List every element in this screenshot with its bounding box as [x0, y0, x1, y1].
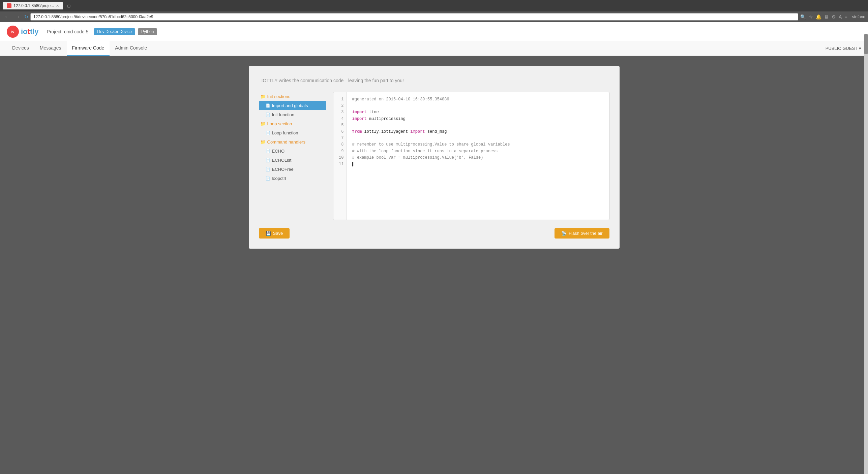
- flash-button[interactable]: 📡 Flash over the air: [555, 228, 609, 239]
- tree-item-echofree[interactable]: 📄 ECHOFree: [259, 165, 326, 174]
- settings-icon[interactable]: ⚙: [832, 14, 836, 20]
- tree-item-echolist[interactable]: 📄 ECHOList: [259, 156, 326, 165]
- font-icon[interactable]: A: [839, 14, 842, 20]
- line-numbers: 1 2 3 4 5 6 7 8 9 10 11: [333, 92, 347, 220]
- logo-text: iottly: [21, 27, 39, 36]
- folder-icon: 📁: [260, 139, 266, 145]
- tree-item-loop-function[interactable]: 📄 Loop function: [259, 128, 326, 137]
- file-icon: 📄: [266, 158, 270, 162]
- file-icon: 📄: [266, 113, 270, 117]
- folder-icon: 📁: [260, 121, 266, 126]
- nav-bar: Devices Messages Firmware Code Admin Con…: [0, 41, 868, 56]
- save-button[interactable]: 💾 Save: [259, 228, 290, 239]
- file-icon: 📄: [266, 103, 270, 108]
- public-guest-label: PUBLIC GUEST: [826, 46, 858, 51]
- nav-item-admin-console[interactable]: Admin Console: [110, 41, 152, 56]
- public-guest-dropdown[interactable]: PUBLIC GUEST ▾: [826, 46, 861, 51]
- app-header: io iottly Project: cmd code 5 Dev Docker…: [0, 22, 868, 41]
- bell-icon[interactable]: 🔔: [816, 14, 821, 20]
- main-content: IOTTLY writes the communication code lea…: [0, 56, 868, 474]
- address-bar[interactable]: [30, 13, 798, 21]
- new-tab-button[interactable]: ▢: [67, 4, 70, 8]
- display-icon[interactable]: 🖥: [824, 14, 829, 20]
- tree-group-loop-section[interactable]: 📁 Loop section: [259, 119, 326, 128]
- tab-close-button[interactable]: ✕: [56, 4, 59, 8]
- nav-item-messages[interactable]: Messages: [34, 41, 67, 56]
- refresh-button[interactable]: ↻: [24, 14, 28, 20]
- browser-user: stefano: [852, 14, 865, 19]
- file-icon: 📄: [266, 176, 270, 181]
- browser-tab[interactable]: 127.0.0.1:8580/proje... ✕: [3, 2, 63, 9]
- page-heading-main: IOTTLY writes the communication code: [262, 78, 344, 83]
- page-heading: IOTTLY writes the communication code lea…: [259, 76, 609, 84]
- project-title: Project: cmd code 5: [47, 29, 89, 34]
- code-content[interactable]: #generated on 2016-04-10 16:39:55.354886…: [347, 92, 609, 220]
- browser-nav: ← → ↻ 🔍 ☆ 🔔 🖥 ⚙ A ≡ stefano: [0, 11, 868, 22]
- logo[interactable]: io iottly: [7, 26, 39, 38]
- menu-icon[interactable]: ≡: [844, 14, 847, 20]
- folder-icon: 📁: [260, 94, 266, 99]
- nav-item-firmware-code[interactable]: Firmware Code: [67, 41, 110, 56]
- tree-sidebar: 📁 Init sections 📄 Import and globals 📄 I…: [259, 92, 326, 220]
- device-badge[interactable]: Dev Docker Device: [94, 28, 135, 35]
- tree-item-loopctrl[interactable]: 📄 loopctrl: [259, 174, 326, 183]
- tree-item-import-and-globals[interactable]: 📄 Import and globals: [259, 101, 326, 110]
- bookmark-icon[interactable]: ☆: [809, 14, 813, 20]
- editor-layout: 📁 Init sections 📄 Import and globals 📄 I…: [259, 92, 609, 220]
- file-icon: 📄: [266, 131, 270, 135]
- browser-chrome: 127.0.0.1:8580/proje... ✕ ▢: [0, 0, 868, 11]
- lang-badge[interactable]: Python: [138, 28, 157, 35]
- btn-row: 💾 Save 📡 Flash over the air: [259, 228, 609, 239]
- tree-group-init-sections[interactable]: 📁 Init sections: [259, 92, 326, 101]
- forward-button[interactable]: →: [13, 13, 22, 21]
- tree-group-command-handlers[interactable]: 📁 Command handlers: [259, 137, 326, 147]
- save-icon: 💾: [266, 231, 271, 236]
- back-button[interactable]: ←: [3, 13, 11, 21]
- chevron-down-icon: ▾: [859, 46, 861, 51]
- file-icon: 📄: [266, 149, 270, 153]
- flash-icon: 📡: [561, 231, 567, 236]
- tree-item-echo[interactable]: 📄 ECHO: [259, 147, 326, 156]
- scrollbar[interactable]: [864, 34, 868, 474]
- code-editor[interactable]: 1 2 3 4 5 6 7 8 9 10 11 #generated on 20…: [333, 92, 609, 220]
- scrollbar-thumb[interactable]: [864, 34, 868, 54]
- tab-favicon: [7, 3, 11, 8]
- page-heading-sub: leaving the fun part to you!: [348, 78, 404, 83]
- file-icon: 📄: [266, 167, 270, 171]
- nav-icons: 🔍 ☆ 🔔 🖥 ⚙ A ≡: [800, 14, 847, 20]
- content-card: IOTTLY writes the communication code lea…: [249, 66, 620, 249]
- search-icon[interactable]: 🔍: [800, 14, 806, 20]
- nav-item-devices[interactable]: Devices: [7, 41, 34, 56]
- tree-item-init-function[interactable]: 📄 Init function: [259, 110, 326, 119]
- tab-title: 127.0.0.1:8580/proje...: [13, 3, 54, 8]
- logo-icon: io: [7, 26, 19, 38]
